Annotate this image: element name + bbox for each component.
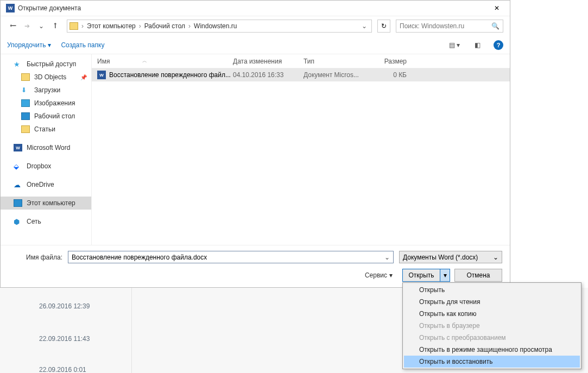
file-type: Документ Micros... (304, 71, 374, 79)
open-button-dropdown[interactable]: ▾ (440, 269, 450, 281)
filetype-select[interactable]: Документы Word (*.docx) ⌄ (399, 251, 502, 263)
sidebar-quick-access[interactable]: ★Быстрый доступ (1, 58, 91, 71)
sidebar-word[interactable]: WMicrosoft Word (1, 141, 91, 154)
filename-label: Имя файла: (8, 254, 62, 261)
toolbar: Упорядочить▾ Создать папку ▤ ▾ ◧ ? (1, 36, 510, 54)
back-button[interactable]: 🠔 (7, 20, 19, 32)
cancel-button[interactable]: Отмена (454, 269, 502, 282)
sidebar-item[interactable]: 3D Objects📌 (1, 71, 91, 84)
column-headers: Имя︿ Дата изменения Тип Размер (92, 54, 510, 68)
sort-indicator-icon: ︿ (142, 58, 147, 65)
search-icon: 🔍 (491, 22, 500, 30)
navigation-tree: ★Быстрый доступ 3D Objects📌 ⬇Загрузки Из… (1, 54, 92, 245)
forward-button: ➔ (21, 20, 33, 32)
chevron-down-icon: ⌄ (493, 254, 498, 261)
help-button[interactable]: ? (494, 40, 503, 50)
sidebar-item[interactable]: Статьи (1, 123, 91, 136)
folder-icon (69, 22, 78, 30)
word-app-icon: W (6, 4, 15, 12)
file-list-pane: Имя︿ Дата изменения Тип Размер WВосстано… (92, 54, 510, 245)
menu-open-transform: Открыть с преобразованием (404, 332, 580, 344)
new-folder-button[interactable]: Создать папку (61, 41, 104, 49)
filename-input[interactable]: Восстановление поврежденного файла.docx … (68, 251, 394, 263)
sidebar-item[interactable]: ⬇Загрузки (1, 84, 91, 97)
menu-open-copy[interactable]: Открыть как копию (404, 308, 580, 320)
search-box[interactable]: Поиск: Windowsten.ru 🔍 (396, 20, 503, 33)
sidebar-onedrive[interactable]: ☁OneDrive (1, 178, 91, 191)
behind-timestamp: 22.09.2016 11:43 (39, 335, 90, 343)
refresh-button[interactable]: ↻ (377, 20, 390, 33)
open-dialog: W Открытие документа ✕ 🠔 ➔ ⌄ 🠕 › Этот ко… (0, 0, 510, 288)
sidebar-item[interactable]: Рабочий стол (1, 110, 91, 123)
col-date[interactable]: Дата изменения (233, 58, 304, 65)
organize-button[interactable]: Упорядочить▾ (7, 41, 51, 49)
breadcrumb-segment[interactable]: Этот компьютер (85, 22, 138, 30)
chevron-down-icon[interactable]: ⌄ (384, 254, 390, 261)
sidebar-dropbox[interactable]: ⬙Dropbox (1, 160, 91, 173)
behind-timestamp: 26.09.2016 12:39 (39, 302, 90, 310)
file-name: Восстановление поврежденного файл... (109, 71, 231, 79)
file-date: 04.10.2016 16:33 (233, 71, 304, 79)
titlebar: W Открытие документа ✕ (1, 1, 510, 16)
nav-row: 🠔 ➔ ⌄ 🠕 › Этот компьютер › Рабочий стол … (1, 16, 510, 36)
menu-open[interactable]: Открыть (404, 284, 580, 296)
view-options-button[interactable]: ▤ ▾ (448, 39, 461, 51)
menu-open-browser: Открыть в браузере (404, 320, 580, 332)
recent-dropdown[interactable]: ⌄ (35, 20, 47, 32)
close-button[interactable]: ✕ (486, 1, 508, 16)
breadcrumb-segment[interactable]: Рабочий стол (142, 22, 187, 30)
sidebar-item[interactable]: Изображения (1, 97, 91, 110)
menu-open-protected[interactable]: Открыть в режиме защищенного просмотра (404, 344, 580, 356)
search-placeholder: Поиск: Windowsten.ru (400, 22, 491, 30)
behind-timestamp: 22.09.2016 0:01 (39, 366, 86, 373)
file-row[interactable]: WВосстановление поврежденного файл... 04… (92, 68, 510, 81)
dialog-title: Открытие документа (18, 4, 486, 12)
open-split-button[interactable]: Открыть ▾ (402, 269, 450, 282)
open-dropdown-menu: Открыть Открыть для чтения Открыть как к… (402, 282, 581, 369)
pin-icon: 📌 (80, 74, 87, 80)
address-bar[interactable]: › Этот компьютер › Рабочий стол › Window… (67, 20, 372, 33)
col-size[interactable]: Размер (374, 58, 418, 65)
col-type[interactable]: Тип (304, 58, 374, 65)
menu-open-readonly[interactable]: Открыть для чтения (404, 296, 580, 308)
breadcrumb-segment[interactable]: Windowsten.ru (192, 22, 239, 30)
address-dropdown-icon[interactable]: ⌄ (359, 22, 369, 30)
word-file-icon: W (97, 71, 106, 79)
tools-dropdown[interactable]: Сервис▾ (365, 271, 393, 279)
menu-open-repair[interactable]: Открыть и восстановить (404, 356, 580, 368)
sidebar-network[interactable]: ⬢Сеть (1, 215, 91, 228)
dialog-footer: Имя файла: Восстановление поврежденного … (1, 245, 510, 287)
preview-pane-button[interactable]: ◧ (471, 39, 484, 51)
up-button[interactable]: 🠕 (49, 20, 61, 32)
sidebar-this-pc[interactable]: Этот компьютер (1, 197, 91, 210)
file-size: 0 КБ (374, 71, 418, 79)
open-button-main[interactable]: Открыть (403, 269, 440, 281)
col-name[interactable]: Имя︿ (92, 58, 233, 65)
